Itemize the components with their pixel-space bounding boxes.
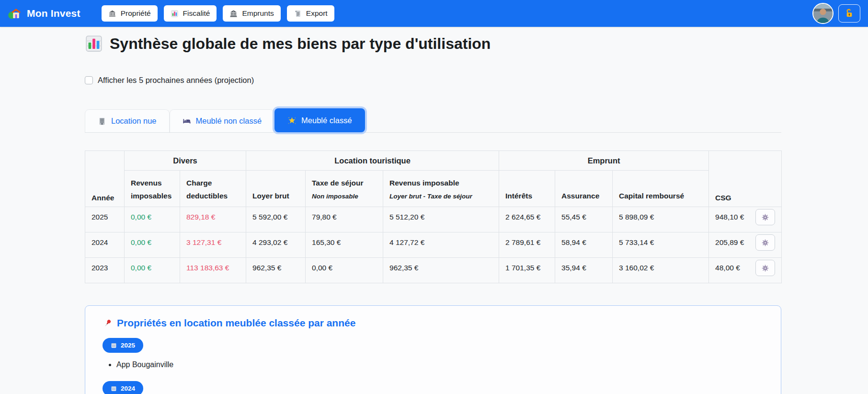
main-content: Synthèse globale de mes biens par type d… <box>85 35 781 394</box>
brand-name: Mon Invest <box>27 8 80 19</box>
properties-card-title: Propriétés en location meublée classée p… <box>117 317 355 329</box>
taxe-sejour-cell: 165,30 € <box>306 232 383 258</box>
capital-rembourse-cell: 3 160,02 € <box>613 258 709 283</box>
interets-cell: 2 789,61 € <box>499 232 555 258</box>
nav-export-button[interactable]: Export <box>287 5 334 22</box>
bed-icon <box>183 117 191 126</box>
table-row: 2023 0,00 € 113 183,63 € 962,35 € 0,00 €… <box>85 258 782 283</box>
projection-checkbox[interactable] <box>85 76 93 84</box>
loyer-brut-cell: 4 293,02 € <box>246 232 306 258</box>
nav-label: Fiscalité <box>183 9 210 18</box>
property-list: App Bougainville <box>103 359 764 371</box>
interets-cell: 2 624,65 € <box>499 207 555 232</box>
revenus-imposable-cell: 4 127,72 € <box>383 232 499 258</box>
csg-cell: 205,89 € <box>709 232 782 258</box>
col-revenus-imposables: Revenus imposables <box>125 171 180 207</box>
group-emprunt: Emprunt <box>499 151 709 171</box>
tab-label: Meublé classé <box>301 116 352 125</box>
scroll-icon <box>294 10 302 18</box>
page-title: Synthèse globale de mes biens par type d… <box>110 35 491 53</box>
col-capital-rembourse: Capital remboursé <box>613 171 709 207</box>
tab-meuble-non-classe[interactable]: Meublé non classé <box>170 109 275 132</box>
calendar-icon <box>111 342 117 348</box>
navbar: Mon Invest Propriété <box>0 0 868 27</box>
nav-fiscalite-button[interactable]: Fiscalité <box>164 5 217 22</box>
revenus-imposables-cell: 0,00 € <box>125 232 180 258</box>
tab-meuble-classe[interactable]: Meublé classé <box>274 108 365 132</box>
nav-label: Export <box>306 9 328 18</box>
office-building-icon <box>98 117 106 126</box>
capital-rembourse-cell: 5 898,09 € <box>613 207 709 232</box>
taxe-sejour-cell: 79,80 € <box>306 207 383 232</box>
table-row: 2025 0,00 € 829,18 € 5 592,00 € 79,80 € … <box>85 207 782 232</box>
bar-chart-icon <box>85 35 103 53</box>
nav-emprunts-button[interactable]: Emprunts <box>223 5 280 22</box>
glowing-star-icon <box>287 116 297 125</box>
col-revenus-imposable: Revenus imposable Loyer brut - Taxe de s… <box>383 171 499 207</box>
table-group-header-row: Année Divers Location touristique Emprun… <box>85 151 782 171</box>
unlock-icon <box>844 8 855 19</box>
revenus-imposable-cell: 5 512,20 € <box>383 207 499 232</box>
year-badge-label: 2025 <box>121 342 135 349</box>
year-cell: 2025 <box>85 207 125 232</box>
interets-cell: 1 701,35 € <box>499 258 555 283</box>
gear-icon <box>761 264 769 272</box>
csg-settings-button[interactable] <box>755 260 775 276</box>
group-location-touristique: Location touristique <box>246 151 499 171</box>
brand[interactable]: Mon Invest <box>8 6 80 21</box>
bank-icon <box>108 10 116 18</box>
group-divers: Divers <box>125 151 246 171</box>
col-assurance: Assurance <box>555 171 613 207</box>
nav-propriete-button[interactable]: Propriété <box>102 5 158 22</box>
user-avatar[interactable] <box>812 3 834 24</box>
charge-deductibles-cell: 829,18 € <box>180 207 246 232</box>
col-csg: CSG <box>709 151 782 207</box>
properties-card-header: Propriétés en location meublée classée p… <box>103 317 764 329</box>
year-cell: 2024 <box>85 232 125 258</box>
tab-location-nue[interactable]: Location nue <box>85 109 170 132</box>
loyer-brut-cell: 5 592,00 € <box>246 207 306 232</box>
charge-deductibles-cell: 3 127,31 € <box>180 232 246 258</box>
calendar-icon <box>111 385 117 392</box>
properties-card: Propriétés en location meublée classée p… <box>85 305 781 394</box>
year-badge-2025: 2025 <box>103 338 143 353</box>
gear-icon <box>761 213 769 221</box>
assurance-cell: 55,45 € <box>555 207 613 232</box>
year-cell: 2023 <box>85 258 125 283</box>
col-charge-deductibles: Charge deductibles <box>180 171 246 207</box>
navbar-right <box>812 3 860 24</box>
usage-type-tabs: Location nue Meublé non classé <box>85 108 781 133</box>
projection-checkbox-label: Afficher les 5 prochaines années (projec… <box>98 76 254 85</box>
capital-rembourse-cell: 5 733,14 € <box>613 232 709 258</box>
tab-label: Location nue <box>111 116 157 126</box>
revenus-imposable-cell: 962,35 € <box>383 258 499 283</box>
pushpin-icon <box>103 318 113 328</box>
revenus-imposables-cell: 0,00 € <box>125 258 180 283</box>
csg-settings-button[interactable] <box>755 209 775 225</box>
year-badge-label: 2024 <box>121 385 135 392</box>
table-row: 2024 0,00 € 3 127,31 € 4 293,02 € 165,30… <box>85 232 782 258</box>
col-loyer-brut: Loyer brut <box>246 171 306 207</box>
unlock-button[interactable] <box>838 4 860 23</box>
charge-deductibles-cell: 113 183,63 € <box>180 258 246 283</box>
revenus-imposables-cell: 0,00 € <box>125 207 180 232</box>
loyer-brut-cell: 962,35 € <box>246 258 306 283</box>
assurance-cell: 35,94 € <box>555 258 613 283</box>
assurance-cell: 58,94 € <box>555 232 613 258</box>
tab-label: Meublé non classé <box>196 116 262 126</box>
col-annee: Année <box>85 151 125 207</box>
bank2-icon <box>229 10 238 18</box>
gear-icon <box>761 239 769 247</box>
nav-label: Propriété <box>121 9 151 18</box>
csg-settings-button[interactable] <box>755 234 775 251</box>
csg-cell: 48,00 € <box>709 258 782 283</box>
taxe-sejour-cell: 0,00 € <box>306 258 383 283</box>
csg-cell: 948,10 € <box>709 207 782 232</box>
bar-chart-icon <box>171 10 179 18</box>
property-list-item: App Bougainville <box>116 359 764 371</box>
col-interets: Intérêts <box>499 171 555 207</box>
projection-toggle-row: Afficher les 5 prochaines années (projec… <box>85 76 781 85</box>
home-icon <box>8 6 22 21</box>
nav-label: Emprunts <box>242 9 274 18</box>
col-taxe-sejour: Taxe de séjour Non imposable <box>306 171 383 207</box>
